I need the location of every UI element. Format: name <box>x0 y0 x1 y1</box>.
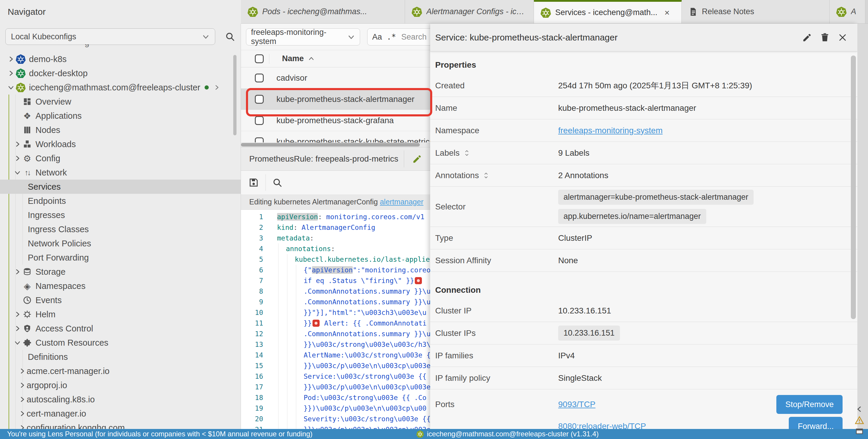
tab-Release Notes[interactable]: Release Notes <box>682 0 830 23</box>
code-line: 18Pod:\u003c/strong\u003e {{ .Co <box>241 392 430 403</box>
terminal-dock-icon[interactable] <box>855 427 864 435</box>
close-icon[interactable] <box>834 33 851 42</box>
sort-updown-icon[interactable] <box>483 172 489 179</box>
delete-trash-icon[interactable] <box>816 33 834 42</box>
events-icon <box>22 296 33 305</box>
warning-icon[interactable] <box>855 415 864 425</box>
select-all-checkbox[interactable] <box>255 54 264 63</box>
kubernetes-icon <box>836 6 847 17</box>
namespace-link[interactable]: freeleaps-monitoring-system <box>558 126 662 135</box>
column-header-name[interactable]: Name <box>282 54 315 63</box>
sidebar-item-workloads[interactable]: Workloads <box>0 137 241 151</box>
sidebar-item-access-control[interactable]: Access Control <box>0 322 241 336</box>
horizontal-scrollbar[interactable] <box>241 142 430 147</box>
code-line: 9.CommonAnnotations.summary }}\u <box>241 297 430 307</box>
tab-Pods - icecheng@mathmas...[interactable]: Pods - icecheng@mathmas... <box>241 0 405 23</box>
sidebar-item-nodes[interactable]: Nodes <box>0 123 241 137</box>
chevron-down-icon[interactable] <box>6 84 16 91</box>
chevron-left-icon[interactable] <box>856 405 863 413</box>
line-number: 16 <box>241 373 263 380</box>
chevron-right-icon[interactable] <box>18 382 27 389</box>
table-row-kube-prometheus-stack-alertmanager[interactable]: kube-prometheus-stack-alertmanager <box>241 89 430 110</box>
sidebar-item-cert-manager-io[interactable]: cert-manager.io <box>0 406 241 421</box>
chevron-right-icon[interactable] <box>6 70 16 77</box>
chevron-right-icon[interactable] <box>18 424 27 429</box>
sidebar-item-custom-resources[interactable]: Custom Resources <box>0 336 241 350</box>
editing-banner-link[interactable]: alertmanager <box>380 198 423 206</box>
regex-toggle[interactable]: .* <box>387 33 396 41</box>
sidebar-item-demo-k8s[interactable]: demo-k8s <box>0 52 241 66</box>
sidebar-item-storage[interactable]: Storage <box>0 265 241 279</box>
sidebar-item-argoproj-io[interactable]: argoproj.io <box>0 378 241 392</box>
tab-Alertmanager Configs - icec...[interactable]: Alertmanager Configs - icec... <box>405 0 534 23</box>
table-row-kube-prometheus-stack-grafana[interactable]: kube-prometheus-stack-grafana <box>241 110 430 131</box>
sidebar-item-config[interactable]: ⚙Config <box>0 151 241 165</box>
sidebar-item-ingresses[interactable]: Ingresses <box>0 208 241 222</box>
edit-pencil-icon[interactable] <box>404 154 430 164</box>
row-checkbox[interactable] <box>255 74 264 82</box>
editor-title: PrometheusRule: freepeals-prod-metrics <box>249 154 404 164</box>
yaml-editor[interactable]: 1apiVersion: monitoring.coreos.com/v12ki… <box>241 210 430 429</box>
sidebar-item-autoscaling-k8s-io[interactable]: autoscaling.k8s.io <box>0 392 241 406</box>
code-text: }}"}],"html":"\u003ch3\u003e\u <box>304 309 426 316</box>
chevron-right-icon[interactable] <box>18 396 27 403</box>
row-checkbox[interactable] <box>255 116 264 125</box>
row-checkbox[interactable] <box>255 95 264 104</box>
sidebar-item-namespaces[interactable]: ◈Namespaces <box>0 279 241 293</box>
save-icon[interactable] <box>248 177 259 188</box>
chevron-down-icon[interactable] <box>13 339 22 346</box>
sidebar-item-services[interactable]: Services <box>0 180 241 194</box>
search-icon[interactable] <box>225 31 235 42</box>
chevron-right-icon[interactable] <box>13 141 22 148</box>
line-number: 8 <box>241 288 263 295</box>
chevron-right-icon[interactable] <box>13 268 22 275</box>
sidebar-item-network-policies[interactable]: Network Policies <box>0 236 241 250</box>
port-link[interactable]: 9093/TCP <box>558 400 595 409</box>
edit-pencil-icon[interactable] <box>798 33 816 42</box>
sidebar-item-applications[interactable]: ❖Applications <box>0 109 241 123</box>
detail-label: Namespace <box>435 126 558 135</box>
search-input[interactable] <box>401 32 430 42</box>
sidebar-item-helm[interactable]: Helm <box>0 307 241 322</box>
drawer-scrollbar[interactable] <box>851 56 856 319</box>
chevron-down-icon[interactable] <box>13 169 22 176</box>
detail-label: Annotations <box>435 171 558 180</box>
namespace-select[interactable]: freeleaps-monitoring-system <box>246 28 360 45</box>
active-cluster-status[interactable]: icecheng@mathmast.com@freeleaps-cluster … <box>427 430 599 438</box>
kubeconfig-select[interactable]: Local Kubeconfigs <box>5 28 215 45</box>
sidebar-item-docker-desktop[interactable]: docker-desktop <box>0 66 241 80</box>
forward-button[interactable]: Forward... <box>789 417 843 429</box>
sidebar-item-network[interactable]: ↑↓Network <box>0 165 241 180</box>
port-link[interactable]: 8080:reloader-web/TCP <box>558 421 646 429</box>
chevron-right-icon[interactable] <box>13 311 22 318</box>
sidebar-item-definitions[interactable]: Definitions <box>0 350 241 364</box>
code-text: Severity:\u003c/strong\u003e {{ <box>304 415 430 423</box>
sidebar-item-label: Config <box>35 154 60 163</box>
chevron-right-icon[interactable] <box>18 410 27 417</box>
line-number: 19 <box>241 404 263 412</box>
tab-A[interactable]: A <box>830 0 865 23</box>
sidebar-item-endpoints[interactable]: Endpoints <box>0 194 241 208</box>
chevron-right-icon[interactable] <box>18 368 27 375</box>
sidebar-item-overview[interactable]: Overview <box>0 95 241 109</box>
sidebar-item-acme-cert-manager-io[interactable]: acme.cert-manager.io <box>0 364 241 378</box>
sidebar-item-events[interactable]: Events <box>0 293 241 307</box>
sidebar-item-label: Namespaces <box>35 281 86 291</box>
sidebar-item-ingress-classes[interactable]: Ingress Classes <box>0 222 241 236</box>
status-bar: You're using Lens Personal (for individu… <box>0 429 868 439</box>
sidebar-scrollbar[interactable] <box>233 55 237 135</box>
match-case-toggle[interactable]: Aa <box>372 33 382 42</box>
sidebar-item-configuration-konghq-com[interactable]: configuration.konghq.com <box>0 421 241 429</box>
chevron-right-icon[interactable] <box>13 325 22 332</box>
sort-updown-icon[interactable] <box>464 149 470 157</box>
stop-remove-button[interactable]: Stop/Remove <box>776 395 843 414</box>
sidebar-item-icecheng-mathmast-com-freeleaps-cluster[interactable]: icecheng@mathmast.com@freeleaps-cluster <box>0 80 241 95</box>
close-tab-icon[interactable]: × <box>664 8 670 17</box>
table-row-cadvisor[interactable]: cadvisor <box>241 67 430 89</box>
chevron-right-icon[interactable] <box>6 56 16 63</box>
search-icon[interactable] <box>272 177 282 188</box>
tab-Services - icecheng@math...[interactable]: Services - icecheng@math...× <box>534 0 682 23</box>
sidebar-item-port-forwarding[interactable]: Port Forwarding <box>0 250 241 265</box>
chevron-right-icon[interactable] <box>13 155 22 162</box>
chevron-right-icon[interactable] <box>213 84 220 91</box>
